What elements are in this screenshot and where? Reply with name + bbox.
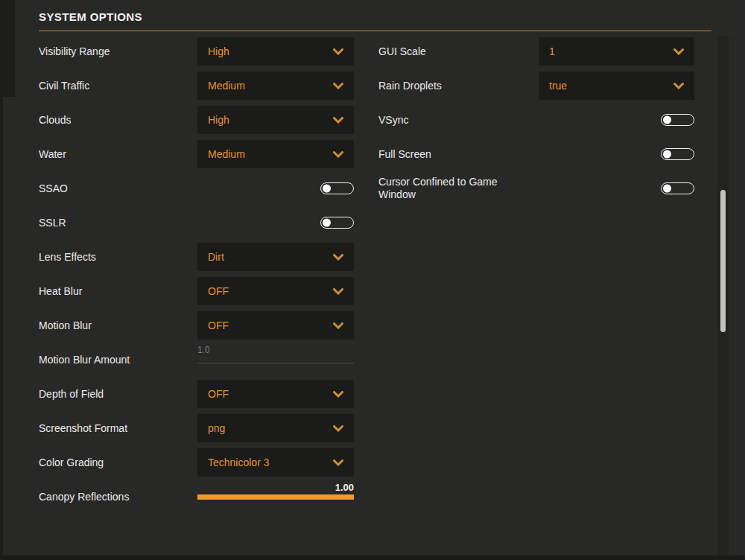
chevron-down-icon: [333, 117, 343, 124]
option-label: Motion Blur Amount: [39, 354, 197, 366]
option-label: Motion Blur: [39, 319, 197, 332]
option-label: Cursor Confined to Game Window: [378, 176, 539, 201]
option-label: VSync: [378, 114, 539, 127]
chevron-down-icon: [333, 425, 343, 432]
option-label: GUI Scale: [378, 45, 539, 58]
sslr-toggle[interactable]: [320, 217, 354, 229]
option-label: Full Screen: [378, 148, 539, 161]
clouds-dropdown[interactable]: High: [197, 106, 354, 134]
toggle-knob: [323, 185, 331, 193]
dropdown-value: Technicolor 3: [208, 456, 270, 468]
option-row-water: Water Medium: [39, 137, 354, 171]
panel-bottom-edge: [0, 556, 745, 560]
chevron-down-icon: [333, 391, 343, 398]
option-row-rain-droplets: Rain Droplets true: [378, 69, 694, 103]
dropdown-value: OFF: [208, 285, 229, 297]
option-label: SSAO: [39, 182, 197, 195]
option-label: Color Grading: [39, 456, 197, 469]
dropdown-value: OFF: [208, 319, 229, 331]
dropdown-value: Medium: [208, 148, 245, 160]
toggle-knob: [323, 219, 331, 227]
scrollbar-thumb[interactable]: [720, 190, 726, 332]
toggle-knob: [663, 185, 671, 193]
dropdown-value: png: [208, 422, 225, 434]
chevron-down-icon: [333, 322, 343, 329]
color-grading-dropdown[interactable]: Technicolor 3: [197, 448, 354, 477]
options-column-right: GUI Scale 1 Rain Droplets true VSync Ful…: [378, 34, 694, 206]
full-screen-toggle[interactable]: [661, 148, 694, 160]
option-label: Clouds: [39, 114, 197, 127]
option-row-motion-blur-amount: Motion Blur Amount 1.0: [39, 343, 354, 377]
option-row-ssao: SSAO: [39, 171, 354, 206]
canopy-reflections-slider: 1.00: [197, 480, 354, 514]
chevron-down-icon: [333, 288, 343, 295]
option-row-clouds: Clouds High: [39, 103, 354, 137]
title-underline: [39, 31, 711, 31]
option-label: Canopy Reflections: [39, 491, 197, 503]
chevron-down-icon: [673, 83, 684, 89]
gui-scale-dropdown[interactable]: 1: [539, 37, 694, 66]
chevron-down-icon: [333, 48, 343, 55]
depth-of-field-dropdown[interactable]: OFF: [197, 380, 354, 408]
option-row-cursor-confined: Cursor Confined to Game Window: [378, 171, 694, 206]
panel-left-edge: [0, 0, 3, 556]
slider-value: 1.00: [335, 482, 354, 493]
option-label: SSLR: [39, 217, 197, 229]
option-row-vsync: VSync: [378, 103, 694, 137]
options-column-left: Visibility Range High Civil Traffic Medi…: [39, 34, 354, 514]
water-dropdown[interactable]: Medium: [197, 140, 354, 168]
motion-blur-dropdown[interactable]: OFF: [197, 311, 354, 340]
option-row-full-screen: Full Screen: [378, 137, 694, 171]
option-label: Heat Blur: [39, 285, 197, 298]
slider-bar[interactable]: [197, 494, 354, 500]
option-row-lens-effects: Lens Effects Dirt: [39, 240, 354, 274]
chevron-down-icon: [333, 254, 343, 261]
slider-value: 1.0: [197, 345, 210, 355]
chevron-down-icon: [333, 459, 343, 466]
option-row-gui-scale: GUI Scale 1: [378, 34, 694, 69]
option-label: Screenshot Format: [39, 422, 197, 435]
page-title: SYSTEM OPTIONS: [39, 10, 142, 23]
option-row-motion-blur: Motion Blur OFF: [39, 308, 354, 343]
vsync-toggle[interactable]: [661, 114, 694, 126]
slider-track-disabled: [197, 363, 354, 364]
lens-effects-dropdown[interactable]: Dirt: [197, 243, 354, 271]
dropdown-value: Medium: [208, 80, 245, 92]
option-row-screenshot-format: Screenshot Format png: [39, 411, 354, 445]
dropdown-value: 1: [549, 45, 555, 57]
option-label: Rain Droplets: [378, 80, 539, 92]
motion-blur-amount-slider: 1.0: [197, 343, 354, 377]
dropdown-value: true: [549, 80, 567, 92]
chevron-down-icon: [333, 151, 343, 158]
scrollbar-track[interactable]: [717, 36, 729, 556]
heat-blur-dropdown[interactable]: OFF: [197, 277, 354, 305]
option-label: Civil Traffic: [39, 80, 197, 92]
option-label: Depth of Field: [39, 388, 197, 401]
option-row-canopy-reflections: Canopy Reflections 1.00: [39, 480, 354, 514]
toggle-knob: [663, 150, 671, 159]
option-row-visibility-range: Visibility Range High: [39, 34, 354, 69]
cursor-confined-toggle[interactable]: [661, 182, 694, 194]
dropdown-value: High: [208, 114, 229, 126]
visibility-range-dropdown[interactable]: High: [197, 37, 354, 66]
option-label: Water: [39, 148, 197, 161]
toggle-knob: [663, 116, 671, 124]
dropdown-value: Dirt: [208, 251, 224, 263]
option-row-depth-of-field: Depth of Field OFF: [39, 377, 354, 411]
civil-traffic-dropdown[interactable]: Medium: [197, 71, 354, 100]
ssao-toggle[interactable]: [320, 182, 354, 194]
rain-droplets-dropdown[interactable]: true: [539, 71, 694, 100]
option-label: Visibility Range: [39, 45, 197, 58]
chevron-down-icon: [333, 83, 343, 89]
option-row-heat-blur: Heat Blur OFF: [39, 274, 354, 308]
chevron-down-icon: [673, 48, 684, 55]
option-label: Lens Effects: [39, 251, 197, 264]
option-row-color-grading: Color Grading Technicolor 3: [39, 445, 354, 480]
screenshot-format-dropdown[interactable]: png: [197, 414, 354, 442]
dropdown-value: High: [208, 45, 229, 57]
option-row-sslr: SSLR: [39, 206, 354, 240]
dropdown-value: OFF: [208, 388, 229, 400]
option-row-civil-traffic: Civil Traffic Medium: [39, 69, 354, 103]
